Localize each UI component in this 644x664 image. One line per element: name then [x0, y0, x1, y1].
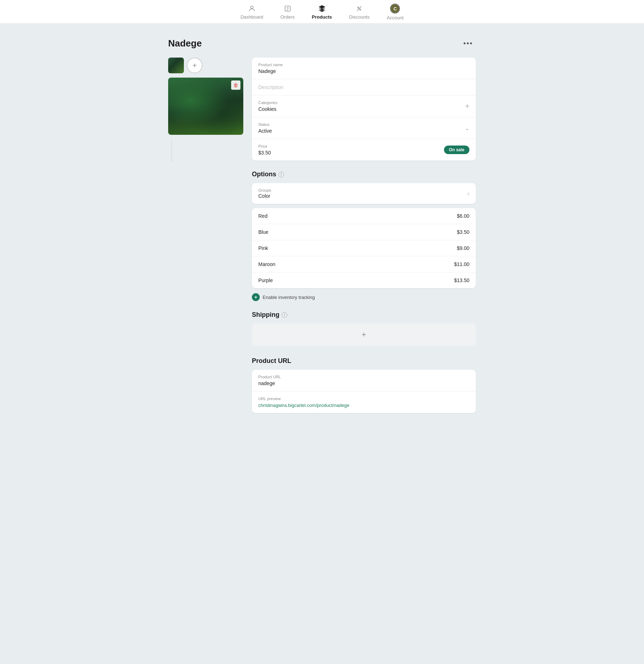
- discounts-icon: [355, 4, 364, 13]
- account-avatar: C: [390, 4, 400, 14]
- inventory-row[interactable]: + Enable inventory tracking: [252, 293, 476, 301]
- page-container: Nadege ••• + 🗑: [161, 24, 483, 440]
- groups-color-row[interactable]: Groups Color ›: [252, 183, 476, 204]
- image-thumbs: +: [168, 58, 243, 73]
- description-field[interactable]: Description: [252, 79, 476, 95]
- status-field[interactable]: Status Active ⌄: [252, 117, 476, 139]
- product-fields-card: Product name Nadege Description Categori…: [252, 58, 476, 161]
- variants-card: Red $6.00 Blue $3.50 Pink $9.00 Maroon $…: [252, 208, 476, 288]
- nav-products[interactable]: Products: [312, 4, 332, 20]
- status-chevron-icon: ⌄: [465, 125, 469, 132]
- nav-dashboard[interactable]: Dashboard: [240, 4, 263, 20]
- nav-account[interactable]: C Account: [387, 4, 404, 20]
- options-group-card: Groups Color ›: [252, 183, 476, 204]
- main-nav: Dashboard Orders Products Discounts C Ac…: [0, 0, 644, 24]
- image-panel: + 🗑: [168, 58, 243, 162]
- shipping-info-icon[interactable]: i: [282, 312, 287, 318]
- two-column-layout: + 🗑 Product name Nadege: [168, 58, 476, 419]
- nav-discounts[interactable]: Discounts: [349, 4, 370, 20]
- thumbnail-1[interactable]: [168, 58, 184, 73]
- variant-row-purple[interactable]: Purple $13.50: [252, 272, 476, 288]
- thumbnail-image-1: [168, 58, 184, 73]
- groups-chevron-icon: ›: [467, 190, 469, 197]
- divider-area: [168, 138, 243, 162]
- on-sale-badge: On sale: [444, 146, 469, 154]
- inventory-icon: +: [252, 293, 260, 301]
- page-header: Nadege •••: [168, 38, 476, 49]
- products-icon: [318, 4, 326, 13]
- product-name-field[interactable]: Product name Nadege: [252, 58, 476, 79]
- url-preview-link[interactable]: christinagwira.bigcartel.com/product/nad…: [258, 403, 349, 408]
- svg-point-2: [358, 7, 359, 8]
- shipping-section-title: Shipping i: [252, 311, 476, 319]
- dashboard-icon: [248, 4, 256, 13]
- delete-image-button[interactable]: 🗑: [231, 80, 240, 90]
- url-preview-field: URL preview christinagwira.bigcartel.com…: [252, 392, 476, 413]
- orders-icon: [283, 4, 292, 13]
- categories-field[interactable]: Categories Cookies +: [252, 95, 476, 117]
- vertical-divider: [171, 141, 172, 162]
- svg-point-3: [360, 9, 361, 10]
- product-url-field[interactable]: Product URL nadege: [252, 370, 476, 392]
- add-image-button[interactable]: +: [187, 58, 203, 73]
- page-title: Nadege: [168, 38, 202, 49]
- nav-orders[interactable]: Orders: [280, 4, 295, 20]
- groups-content: Groups Color: [258, 188, 467, 199]
- variant-row-pink[interactable]: Pink $9.00: [252, 240, 476, 256]
- variant-row-maroon[interactable]: Maroon $11.00: [252, 256, 476, 272]
- options-info-icon[interactable]: i: [278, 172, 284, 177]
- options-section-title: Options i: [252, 171, 476, 178]
- price-field[interactable]: Price $3.50 On sale: [252, 139, 476, 161]
- add-shipping-button[interactable]: +: [252, 324, 476, 346]
- variant-row-blue[interactable]: Blue $3.50: [252, 224, 476, 240]
- main-product-image: 🗑: [168, 78, 243, 135]
- variant-row-red[interactable]: Red $6.00: [252, 208, 476, 224]
- product-url-section-title: Product URL: [252, 357, 476, 365]
- add-category-button[interactable]: +: [465, 102, 469, 110]
- svg-point-0: [250, 6, 253, 9]
- product-url-card: Product URL nadege URL preview christina…: [252, 370, 476, 413]
- more-options-button[interactable]: •••: [460, 38, 476, 49]
- form-panel: Product name Nadege Description Categori…: [252, 58, 476, 419]
